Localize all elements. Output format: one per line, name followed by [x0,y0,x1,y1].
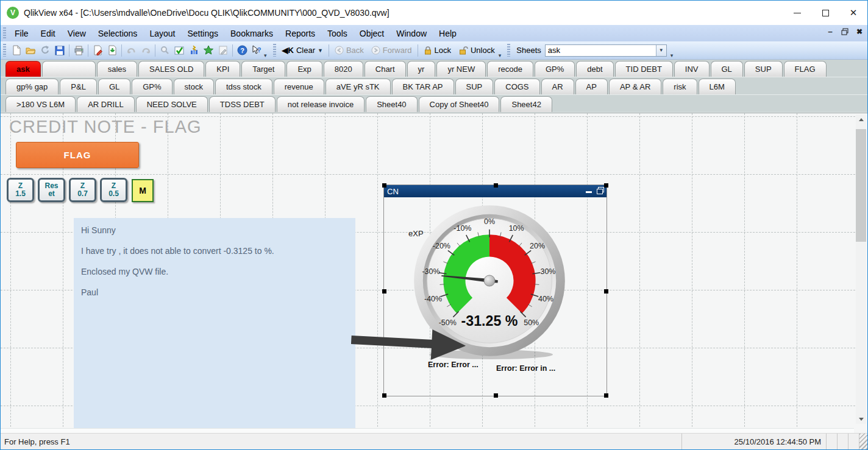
search-button[interactable] [157,43,172,58]
selection-handle[interactable] [604,393,608,398]
minimize-button[interactable] [783,1,811,25]
sheet-tab-tdss-debt[interactable]: TDSS DEBT [209,96,276,112]
sheet-tab-gp-gap[interactable]: gp% gap [5,79,59,94]
lock-button[interactable]: Lock [420,43,455,58]
menu-item-object[interactable]: Object [354,26,390,41]
sheet-tab-revenue[interactable]: revenue [274,79,324,94]
chevron-down-icon[interactable]: ▼ [656,45,666,56]
toolbar-options-button[interactable]: ▾ [671,52,675,58]
help-button[interactable]: ? [235,43,249,58]
m-button[interactable]: M [132,179,154,202]
unlock-button[interactable]: Unlock [455,43,499,58]
sheet-tab-flag[interactable]: FLAG [784,61,827,77]
undo-button[interactable] [124,43,138,58]
new-document-button[interactable] [9,43,23,58]
zoom-1-5-button[interactable]: Z1.5 [7,178,34,202]
sheet-tab-sales-old[interactable]: SALES OLD [138,61,204,77]
selection-handle[interactable] [604,289,608,294]
sheet-tab-copy-of-sheet40[interactable]: Copy of Sheet40 [419,96,500,112]
sheet-tab-target[interactable]: Target [241,61,285,77]
scroll-up-button[interactable] [856,114,866,124]
sheet-tab-sup[interactable]: SUP [744,61,783,77]
mdi-minimize-button[interactable]: ‒ [826,27,834,36]
sheet-tab-exp[interactable]: Exp [286,61,322,77]
resize-grip[interactable] [859,434,867,449]
sheet-tab-sup[interactable]: SUP [455,79,494,94]
toolbar-grip[interactable] [507,44,510,56]
open-button[interactable] [23,43,38,58]
sheet-tab-chart[interactable]: Chart [365,61,406,77]
sheet-tab-l6m[interactable]: L6M [699,79,736,94]
sheet-tab--180-vs-l6m[interactable]: >180 VS L6M [5,96,76,112]
sheet-tab-ask[interactable]: ask [5,61,41,77]
edit-script-button[interactable] [90,43,105,58]
sheet-tab-need-solve[interactable]: NEED SOLVE [136,96,208,112]
context-help-button[interactable]: ? [249,43,264,58]
sheet-tab-blank[interactable] [42,61,96,77]
sheet-tab-ar[interactable]: AR [541,79,574,94]
sheet-tab-ave-yr-stk[interactable]: aVE yR sTK [326,79,391,94]
sheet-tab-tid-debt[interactable]: TID DEBT [615,61,673,77]
sheet-tab-inv[interactable]: INV [674,61,710,77]
selection-handle[interactable] [382,393,386,398]
sheet-tab-8020[interactable]: 8020 [324,61,363,77]
toolbar-grip[interactable] [3,44,6,56]
reset-button[interactable]: Reset [38,178,65,202]
scrollbar-thumb[interactable] [856,129,866,242]
gauge-minimize-button[interactable] [586,187,592,195]
forward-button[interactable]: Forward [368,43,416,58]
flag-button[interactable]: FLAG [16,142,139,168]
sheet-tab-ar-drill[interactable]: AR DRILL [77,96,135,112]
print-button[interactable] [71,43,86,58]
sheet-tab-stock[interactable]: stock [174,79,214,94]
sheet-tab-bk-tar-ap[interactable]: BK TAR AP [392,79,454,94]
maximize-button[interactable] [811,1,839,25]
sheet-tab-sheet42[interactable]: Sheet42 [500,96,552,112]
sheet-tab-sales[interactable]: sales [97,61,137,77]
menu-item-tools[interactable]: Tools [321,26,354,41]
menu-item-file[interactable]: File [9,26,35,41]
gauge-restore-button[interactable] [597,187,604,194]
selection-handle[interactable] [494,183,498,188]
sheet-tab-cogs[interactable]: COGS [494,79,539,94]
menu-item-edit[interactable]: Edit [35,26,62,41]
selection-handle[interactable] [494,393,498,398]
menu-item-bookmarks[interactable]: Bookmarks [224,26,279,41]
menu-item-settings[interactable]: Settings [181,26,224,41]
sheet-tab-ap[interactable]: AP [575,79,608,94]
sheet-tab-not-release-invoice[interactable]: not release invoice [277,96,365,112]
current-selections-button[interactable] [172,43,187,58]
close-button[interactable]: ✕ [839,1,867,25]
sheets-dropdown[interactable]: ask ▼ [545,44,667,57]
toolbar-options-button[interactable]: ▾ [264,52,268,58]
sheet-tab-gl[interactable]: GL [98,79,130,94]
quick-chart-wizard-button[interactable] [187,43,201,58]
vertical-scrollbar[interactable] [856,114,866,424]
sheet-tab-gp-[interactable]: GP% [535,61,575,77]
mdi-close-button[interactable]: ✖ [855,27,864,36]
menu-item-help[interactable]: Help [433,26,463,41]
sheet-tab-gl[interactable]: GL [711,61,743,77]
menu-item-reports[interactable]: Reports [279,26,321,41]
selection-handle[interactable] [382,183,386,188]
sheet-tab-kpi[interactable]: KPI [205,61,240,77]
add-bookmark-button[interactable] [201,43,216,58]
zoom-0-7-button[interactable]: Z0.7 [69,178,96,202]
menu-item-layout[interactable]: Layout [143,26,181,41]
toolbar-grip[interactable] [273,44,276,56]
reload-button[interactable] [38,43,52,58]
sheet-tab-sheet40[interactable]: Sheet40 [366,96,417,112]
back-button[interactable]: Back [331,43,368,58]
sheet-tab-tdss-stock[interactable]: tdss stock [215,79,272,94]
redo-button[interactable] [138,43,153,58]
sheet-tab-yr-new[interactable]: yr NEW [436,61,486,77]
partial-reload-button[interactable] [105,43,119,58]
sheet-tab-debt[interactable]: debt [576,61,613,77]
scroll-down-button[interactable] [856,414,866,424]
sheet-tab-risk[interactable]: risk [663,79,697,94]
horizontal-scrollbar[interactable] [1,428,854,433]
clear-button[interactable]: ◀K Clear▼ [279,43,327,58]
zoom-0-5-button[interactable]: Z0.5 [100,178,127,202]
toolbar-grip[interactable] [3,27,6,39]
menu-item-selections[interactable]: Selections [92,26,144,41]
